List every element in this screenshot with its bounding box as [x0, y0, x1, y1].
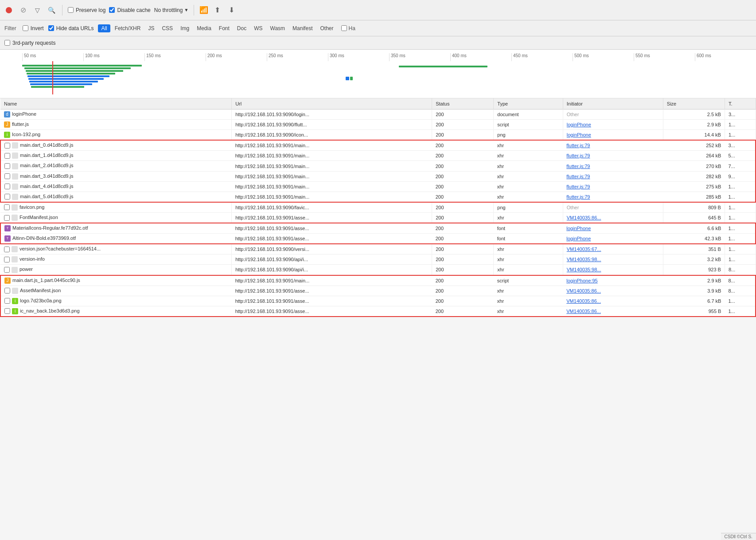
- row-checkbox[interactable]: [4, 247, 10, 252]
- initiator-cell[interactable]: flutter.js:79: [563, 161, 663, 171]
- filter-type-ws[interactable]: WS: [251, 24, 265, 32]
- initiator-link[interactable]: VM140035:67...: [567, 247, 601, 252]
- disable-cache-checkbox[interactable]: [109, 7, 115, 13]
- initiator-cell[interactable]: VM140035:98...: [563, 265, 663, 275]
- initiator-cell[interactable]: VM140035:86...: [563, 296, 663, 306]
- col-header-size[interactable]: Size: [663, 98, 725, 110]
- row-checkbox[interactable]: [4, 267, 10, 273]
- initiator-link[interactable]: loginPhone: [566, 226, 591, 231]
- initiator-cell[interactable]: VM140035:86...: [563, 212, 663, 223]
- table-row[interactable]: favicon.pnghttp://192.168.101.93:9090/fa…: [0, 202, 756, 213]
- filter-type-manifest[interactable]: Manifest: [289, 24, 316, 32]
- initiator-link[interactable]: flutter.js:79: [566, 143, 590, 148]
- filter-type-img[interactable]: Img: [177, 24, 192, 32]
- filter-type-font[interactable]: Font: [216, 24, 233, 32]
- initiator-link[interactable]: flutter.js:79: [566, 153, 590, 158]
- invert-label[interactable]: Invert: [23, 25, 44, 31]
- initiator-cell[interactable]: VM140035:67...: [563, 244, 663, 254]
- col-header-status[interactable]: Status: [432, 98, 494, 110]
- table-row[interactable]: powerhttp://192.168.101.93:9090/api/i...…: [0, 265, 756, 275]
- col-header-initiator[interactable]: Initiator: [563, 98, 663, 110]
- row-checkbox[interactable]: [4, 143, 10, 149]
- row-checkbox[interactable]: [4, 194, 10, 200]
- search-button[interactable]: 🔍: [46, 5, 57, 16]
- filter-type-fetch-xhr[interactable]: Fetch/XHR: [112, 24, 144, 32]
- row-checkbox[interactable]: [4, 288, 10, 293]
- filter-type-other[interactable]: Other: [317, 24, 336, 32]
- col-header-name[interactable]: Name: [0, 98, 232, 110]
- filter-type-wasm[interactable]: Wasm: [267, 24, 288, 32]
- row-checkbox[interactable]: [4, 308, 10, 314]
- filter-type-css[interactable]: CSS: [159, 24, 176, 32]
- row-checkbox[interactable]: [4, 184, 10, 189]
- initiator-cell[interactable]: flutter.js:79: [563, 171, 663, 181]
- initiator-cell[interactable]: VM140035:98...: [563, 254, 663, 265]
- filter-type-doc[interactable]: Doc: [234, 24, 249, 32]
- initiator-link[interactable]: VM140035:86...: [567, 215, 601, 220]
- table-row[interactable]: FontManifest.jsonhttp://192.168.101.93:9…: [0, 212, 756, 223]
- row-checkbox[interactable]: [4, 153, 10, 159]
- third-party-label[interactable]: 3rd-party requests: [4, 40, 55, 46]
- table-row[interactable]: main.dart_5.d41d8cd9.jshttp://192.168.10…: [0, 192, 756, 202]
- table-row[interactable]: main.dart_3.d41d8cd9.jshttp://192.168.10…: [0, 171, 756, 181]
- filter-type-all[interactable]: All: [98, 24, 110, 32]
- row-checkbox[interactable]: [4, 298, 10, 304]
- throttle-selector[interactable]: No throttling ▼: [154, 7, 189, 13]
- table-row[interactable]: main.dart_1.d41d8cd9.jshttp://192.168.10…: [0, 151, 756, 161]
- row-checkbox[interactable]: [4, 257, 10, 262]
- initiator-cell[interactable]: loginPhone: [563, 223, 663, 234]
- clear-button[interactable]: ⊘: [18, 5, 28, 16]
- initiator-cell[interactable]: loginPhone:95: [563, 275, 663, 286]
- ha-checkbox[interactable]: [341, 25, 347, 31]
- initiator-cell[interactable]: loginPhone: [563, 130, 663, 141]
- filter-type-js[interactable]: JS: [145, 24, 157, 32]
- initiator-link[interactable]: flutter.js:79: [566, 174, 590, 179]
- col-header-url[interactable]: Url: [232, 98, 432, 110]
- initiator-link[interactable]: VM140035:86...: [566, 298, 601, 304]
- hide-data-urls-label[interactable]: Hide data URLs: [48, 25, 94, 31]
- disable-cache-label[interactable]: Disable cache: [109, 7, 150, 13]
- initiator-link[interactable]: flutter.js:79: [566, 184, 590, 189]
- initiator-cell[interactable]: flutter.js:79: [563, 151, 663, 161]
- initiator-cell[interactable]: flutter.js:79: [563, 140, 663, 151]
- initiator-link[interactable]: loginPhone: [567, 132, 591, 137]
- initiator-link[interactable]: loginPhone: [567, 122, 591, 127]
- table-row[interactable]: main.dart_0.d41d8cd9.jshttp://192.168.10…: [0, 140, 756, 151]
- table-row[interactable]: iic_nav_back.1be3d6d3.pnghttp://192.168.…: [0, 306, 756, 317]
- table-row[interactable]: main.dart_4.d41d8cd9.jshttp://192.168.10…: [0, 181, 756, 192]
- initiator-link[interactable]: VM140035:86...: [566, 309, 601, 314]
- preserve-log-label[interactable]: Preserve log: [68, 7, 105, 13]
- initiator-link[interactable]: VM140035:98...: [567, 267, 601, 272]
- table-row[interactable]: Jflutter.jshttp://192.168.101.93:9090/fl…: [0, 120, 756, 130]
- table-row[interactable]: Jmain.dart.js_1.part.0445cc90.jshttp://1…: [0, 275, 756, 286]
- initiator-cell[interactable]: loginPhone: [563, 234, 663, 244]
- record-button[interactable]: [4, 5, 14, 16]
- table-row[interactable]: version.json?cachebuster=1664514...http:…: [0, 244, 756, 254]
- initiator-link[interactable]: loginPhone: [566, 236, 591, 241]
- table-row[interactable]: AssetManifest.jsonhttp://192.168.101.93:…: [0, 286, 756, 296]
- filter-button[interactable]: ▽: [32, 5, 43, 16]
- table-row[interactable]: TAltinn-DIN-Bold.e3973969.otfhttp://192.…: [0, 234, 756, 244]
- row-checkbox[interactable]: [4, 163, 10, 169]
- col-header-t[interactable]: T.: [725, 98, 756, 110]
- initiator-cell[interactable]: flutter.js:79: [563, 181, 663, 192]
- initiator-link[interactable]: loginPhone:95: [566, 278, 597, 283]
- initiator-cell[interactable]: flutter.js:79: [563, 192, 663, 202]
- table-row[interactable]: iIcon-192.pnghttp://192.168.101.93:9090/…: [0, 130, 756, 141]
- table-row[interactable]: main.dart_2.d41d8cd9.jshttp://192.168.10…: [0, 161, 756, 171]
- table-row[interactable]: dloginPhonehttp://192.168.101.93:9090/lo…: [0, 110, 756, 120]
- upload-button[interactable]: ⬆: [212, 5, 222, 16]
- initiator-cell[interactable]: VM140035:86...: [563, 306, 663, 317]
- table-row[interactable]: ilogo.7d23bc0a.pnghttp://192.168.101.93:…: [0, 296, 756, 306]
- preserve-log-checkbox[interactable]: [68, 7, 74, 13]
- initiator-cell[interactable]: VM140035:86...: [563, 286, 663, 296]
- third-party-checkbox[interactable]: [4, 40, 10, 46]
- row-checkbox[interactable]: [4, 204, 10, 210]
- initiator-cell[interactable]: loginPhone: [563, 120, 663, 130]
- table-row[interactable]: TMaterialIcons-Regular.fe77d92c.otfhttp:…: [0, 223, 756, 234]
- initiator-link[interactable]: VM140035:98...: [567, 257, 601, 262]
- hide-data-urls-checkbox[interactable]: [48, 25, 54, 31]
- download-button[interactable]: ⬇: [226, 5, 237, 16]
- initiator-link[interactable]: VM140035:86...: [566, 288, 601, 293]
- row-checkbox[interactable]: [4, 215, 10, 221]
